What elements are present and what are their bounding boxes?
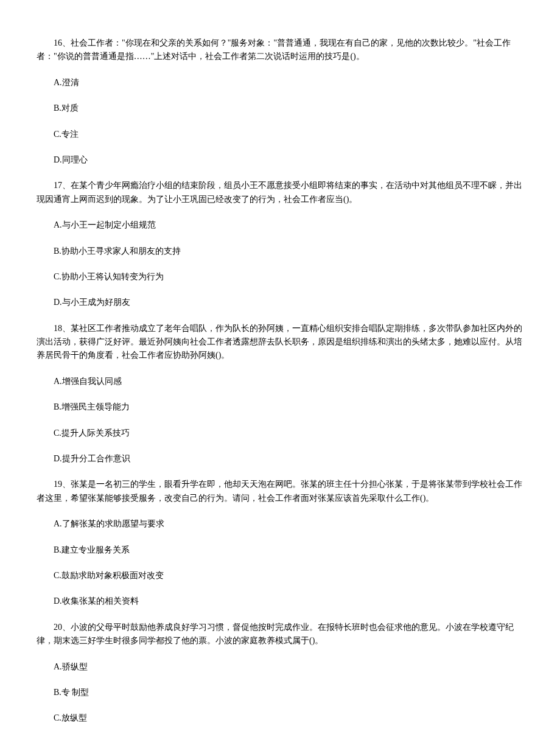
option-c: C.放纵型 xyxy=(37,711,523,725)
option-b: B.增强民主领导能力 xyxy=(37,400,523,414)
question-body: 社会工作者："你现在和父亲的关系如何？"服务对象："普普通通，我现在有自己的家，… xyxy=(37,38,511,61)
option-a: A.增强自我认同感 xyxy=(37,375,523,388)
question-body: 张某是一名初三的学生，眼看升学在即，他却天天泡在网吧。张某的班主任十分担心张某，… xyxy=(37,480,522,502)
question-text: 19、张某是一名初三的学生，眼看升学在即，他却天天泡在网吧。张某的班主任十分担心… xyxy=(37,478,523,505)
question-number: 18、 xyxy=(54,324,71,333)
question-text: 20、小波的父母平时鼓励他养成良好学习习惯，督促他按时完成作业。在报特长班时也会… xyxy=(37,621,523,648)
option-d: D.提升分工合作意识 xyxy=(37,452,523,466)
option-c: C.鼓励求助对象积极面对改变 xyxy=(37,569,523,582)
question-number: 16、 xyxy=(54,38,71,47)
option-b: B.对质 xyxy=(37,102,523,115)
question-number: 20、 xyxy=(54,623,71,632)
question-text: 17、在某个青少年网瘾治疗小组的结束阶段，组员小王不愿意接受小组即将结束的事实，… xyxy=(37,179,523,206)
option-a: A.了解张某的求助愿望与要求 xyxy=(37,517,523,531)
option-d: D.同理心 xyxy=(37,153,523,167)
question-number: 17、 xyxy=(54,181,71,190)
option-d: D.收集张某的相关资料 xyxy=(37,595,523,608)
question-text: 18、某社区工作者推动成立了老年合唱队，作为队长的孙阿姨，一直精心组织安排合唱队… xyxy=(37,322,523,363)
option-d: D.与小王成为好朋友 xyxy=(37,296,523,309)
question-number: 19、 xyxy=(54,480,71,489)
question-body: 小波的父母平时鼓励他养成良好学习习惯，督促他按时完成作业。在报特长班时也会征求他… xyxy=(37,623,514,645)
option-a: A.与小王一起制定小组规范 xyxy=(37,218,523,232)
question-16: 16、社会工作者："你现在和父亲的关系如何？"服务对象："普普通通，我现在有自己… xyxy=(37,37,523,167)
option-a: A.澄清 xyxy=(37,76,523,89)
option-c: C.专注 xyxy=(37,128,523,141)
question-19: 19、张某是一名初三的学生，眼看升学在即，他却天天泡在网吧。张某的班主任十分担心… xyxy=(37,478,523,608)
question-body: 在某个青少年网瘾治疗小组的结束阶段，组员小王不愿意接受小组即将结束的事实，在活动… xyxy=(37,181,522,203)
question-text: 16、社会工作者："你现在和父亲的关系如何？"服务对象："普普通通，我现在有自己… xyxy=(37,37,523,64)
question-20: 20、小波的父母平时鼓励他养成良好学习习惯，督促他按时完成作业。在报特长班时也会… xyxy=(37,621,523,737)
option-b: B.建立专业服务关系 xyxy=(37,543,523,557)
question-17: 17、在某个青少年网瘾治疗小组的结束阶段，组员小王不愿意接受小组即将结束的事实，… xyxy=(37,179,523,309)
option-a: A.骄纵型 xyxy=(37,660,523,674)
question-18: 18、某社区工作者推动成立了老年合唱队，作为队长的孙阿姨，一直精心组织安排合唱队… xyxy=(37,322,523,466)
option-b: B.专 制型 xyxy=(37,686,523,699)
question-body: 某社区工作者推动成立了老年合唱队，作为队长的孙阿姨，一直精心组织安排合唱队定期排… xyxy=(37,324,522,360)
option-b: B.协助小王寻求家人和朋友的支持 xyxy=(37,245,523,258)
option-c: C.协助小王将认知转变为行为 xyxy=(37,270,523,284)
option-c: C.提升人际关系技巧 xyxy=(37,427,523,440)
